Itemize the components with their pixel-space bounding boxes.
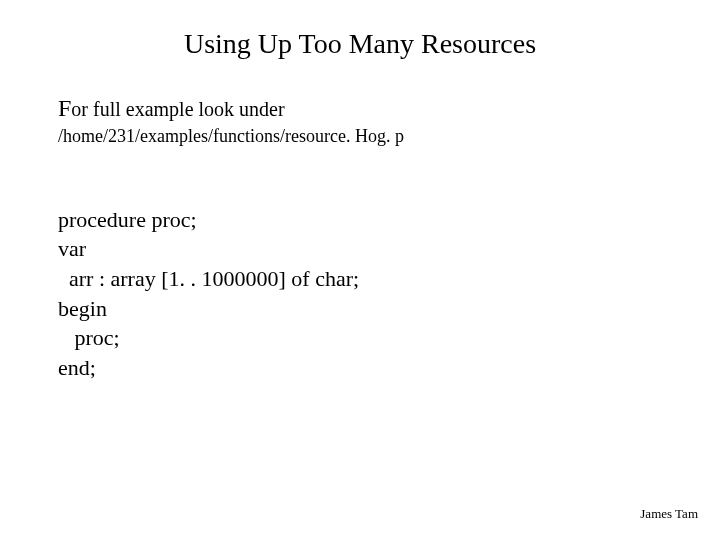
slide-body: For full example look under /home/231/ex…: [58, 95, 662, 413]
code-line: proc;: [58, 325, 120, 350]
code-line: begin: [58, 296, 107, 321]
code-line: arr : array [1. . 1000000] of char;: [58, 266, 359, 291]
file-path: /home/231/examples/functions/resource. H…: [58, 126, 662, 147]
code-line: end;: [58, 355, 96, 380]
slide-title: Using Up Too Many Resources: [0, 28, 720, 60]
lead-cap: F: [58, 95, 71, 121]
lead-rest: or full example look under: [71, 98, 284, 120]
code-line: var: [58, 236, 86, 261]
code-block: procedure proc; var arr : array [1. . 10…: [58, 175, 662, 413]
author-footer: James Tam: [640, 506, 698, 522]
code-line: procedure proc;: [58, 207, 197, 232]
lead-line: For full example look under: [58, 95, 662, 122]
slide: Using Up Too Many Resources For full exa…: [0, 0, 720, 540]
